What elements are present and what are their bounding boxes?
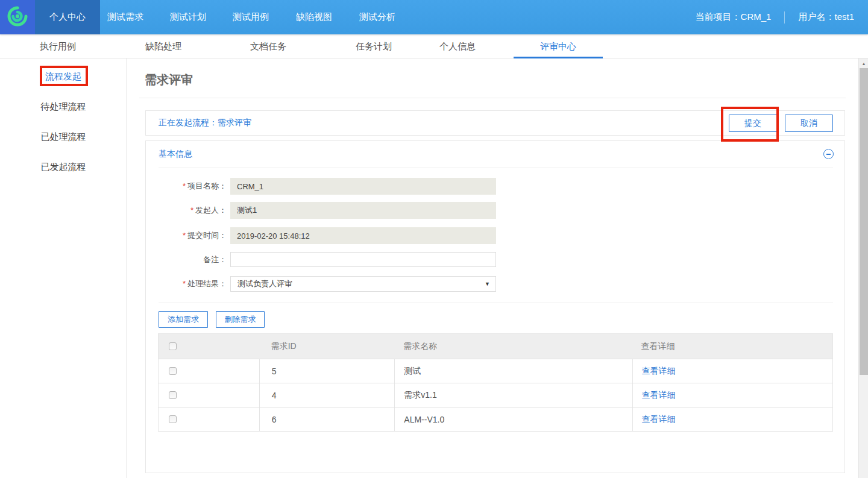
cell-requirement-name: ALM--V1.0 (394, 407, 632, 431)
section-divider (159, 168, 833, 168)
row-checkbox[interactable] (169, 367, 177, 375)
initiator-label: *发起人： (146, 205, 227, 216)
project-name-label: *项目名称： (146, 181, 227, 192)
row-checkbox[interactable] (169, 391, 177, 399)
nav-item-test-analysis[interactable]: 测试分析 (346, 0, 409, 34)
cell-requirement-id: 5 (259, 359, 395, 383)
vertical-scrollbar[interactable]: ▲ (858, 58, 868, 478)
nav-item-test-requirements[interactable]: 测试需求 (94, 0, 157, 34)
sidebar: 流程发起 待处理流程 已处理流程 已发起流程 (0, 58, 127, 478)
flow-banner-panel: 正在发起流程：需求评审 提交 取消 (145, 110, 845, 136)
form-row-project-name: *项目名称： CRM_1 (146, 178, 568, 195)
initiator-field: 测试1 (230, 202, 496, 219)
add-requirement-button[interactable]: 添加需求 (159, 311, 208, 328)
basic-info-panel: 基本信息 *项目名称： CRM_1 *发起人： 测试1 *提交时间： 2019-… (145, 140, 845, 473)
tab-personal-info[interactable]: 个人信息 (413, 34, 502, 58)
nav-item-test-plan[interactable]: 测试计划 (157, 0, 219, 34)
submit-time-label: *提交时间： (146, 230, 227, 241)
cancel-button[interactable]: 取消 (785, 115, 833, 132)
table-row: 5 测试 查看详细 (159, 359, 832, 383)
form-row-result: *处理结果： 测试负责人评审 ▼ (146, 276, 568, 292)
topnav-separator (784, 11, 785, 24)
tab-task-plan[interactable]: 任务计划 (329, 34, 418, 58)
sidebar-item-processed-flows[interactable]: 已处理流程 (0, 131, 127, 143)
remarks-label: 备注： (146, 254, 227, 265)
table-row: 4 需求v1.1 查看详细 (159, 383, 832, 407)
secondary-tab-bar: 执行用例 缺陷处理 文档任务 任务计划 个人信息 评审中心 (0, 34, 868, 58)
result-select-value: 测试负责人评审 (237, 278, 292, 289)
cell-requirement-id: 4 (259, 383, 395, 407)
view-detail-link[interactable]: 查看详细 (642, 414, 676, 425)
scroll-up-arrow-icon[interactable]: ▲ (859, 58, 868, 68)
form-row-submit-time: *提交时间： 2019-02-20 15:48:12 (146, 227, 568, 244)
required-marker: * (190, 206, 193, 215)
tab-document-tasks[interactable]: 文档任务 (224, 34, 313, 58)
remarks-input-wrap (230, 252, 496, 267)
table-row: 6 ALM--V1.0 查看详细 (159, 407, 832, 431)
delete-requirement-button[interactable]: 删除需求 (216, 311, 265, 328)
required-marker: * (183, 279, 186, 288)
collapse-minus-icon[interactable] (823, 149, 834, 159)
scrollbar-thumb[interactable] (860, 68, 868, 375)
remarks-input[interactable] (231, 253, 495, 266)
sidebar-item-initiated-flows[interactable]: 已发起流程 (0, 162, 127, 173)
top-navigation-bar: 个人中心 测试需求 测试计划 测试用例 缺陷视图 测试分析 当前项目：CRM_1… (0, 0, 868, 34)
required-marker: * (183, 231, 186, 240)
view-detail-link[interactable]: 查看详细 (642, 390, 676, 401)
row-checkbox[interactable] (169, 415, 177, 423)
header-checkbox-cell (159, 334, 259, 359)
nav-item-defect-view[interactable]: 缺陷视图 (283, 0, 345, 34)
nav-item-personal-center[interactable]: 个人中心 (35, 0, 100, 34)
chevron-down-icon: ▼ (485, 281, 490, 287)
username-label[interactable]: 用户名：test1 (798, 11, 854, 23)
result-select[interactable]: 测试负责人评审 ▼ (230, 276, 496, 292)
flow-banner-text: 正在发起流程：需求评审 (159, 111, 251, 135)
header-requirement-id: 需求ID (259, 334, 395, 359)
project-name-field: CRM_1 (230, 178, 496, 195)
tab-execute-cases[interactable]: 执行用例 (13, 34, 102, 58)
result-label: *处理结果： (146, 278, 227, 289)
header-requirement-name: 需求名称 (394, 334, 632, 359)
cell-requirement-name: 需求v1.1 (394, 383, 632, 407)
cell-requirement-name: 测试 (394, 359, 632, 383)
current-project-label[interactable]: 当前项目：CRM_1 (696, 11, 772, 23)
requirements-table: 需求ID 需求名称 查看详细 5 测试 查看详细 4 需求v1.1 查看详细 (158, 333, 833, 432)
form-row-initiator: *发起人： 测试1 (146, 202, 568, 219)
title-divider (139, 98, 846, 98)
sidebar-item-initiate-flow[interactable]: 流程发起 (0, 71, 127, 83)
header-view-detail: 查看详细 (632, 334, 832, 359)
page-title: 需求评审 (145, 72, 193, 88)
required-marker: * (183, 181, 186, 190)
sidebar-item-pending-flows[interactable]: 待处理流程 (0, 101, 127, 113)
topnav-right-info: 当前项目：CRM_1 用户名：test1 (696, 0, 854, 34)
nav-item-test-case[interactable]: 测试用例 (219, 0, 282, 34)
app-window: 个人中心 测试需求 测试计划 测试用例 缺陷视图 测试分析 当前项目：CRM_1… (0, 0, 868, 478)
basic-info-title: 基本信息 (159, 149, 192, 160)
table-header-row: 需求ID 需求名称 查看详细 (159, 334, 832, 359)
swirl-logo-icon (5, 4, 30, 31)
submit-button[interactable]: 提交 (729, 115, 777, 132)
cell-requirement-id: 6 (259, 407, 395, 431)
app-logo[interactable] (0, 0, 35, 34)
form-bottom-divider (159, 303, 833, 303)
form-row-remarks: 备注： (146, 252, 568, 267)
tab-defect-handling[interactable]: 缺陷处理 (119, 34, 208, 58)
tab-review-center[interactable]: 评审中心 (514, 34, 603, 58)
select-all-checkbox[interactable] (169, 342, 177, 350)
submit-time-field: 2019-02-20 15:48:12 (230, 227, 496, 244)
view-detail-link[interactable]: 查看详细 (642, 366, 676, 377)
main-content: 需求评审 正在发起流程：需求评审 提交 取消 基本信息 *项目名称： CRM_1… (127, 58, 858, 478)
